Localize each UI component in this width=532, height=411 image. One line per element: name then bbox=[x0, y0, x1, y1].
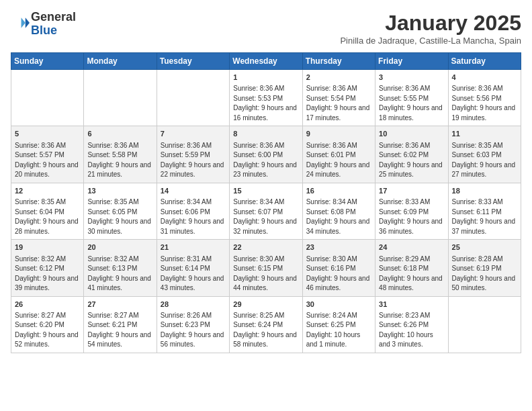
calendar-week-row: 26Sunrise: 8:27 AM Sunset: 6:20 PM Dayli… bbox=[11, 296, 521, 353]
day-number: 8 bbox=[233, 129, 298, 139]
calendar-cell: 10Sunrise: 8:36 AM Sunset: 6:02 PM Dayli… bbox=[375, 126, 448, 183]
day-number: 17 bbox=[379, 186, 444, 196]
weekday-header-monday: Monday bbox=[84, 53, 157, 70]
calendar-cell: 5Sunrise: 8:36 AM Sunset: 5:57 PM Daylig… bbox=[11, 126, 84, 183]
cell-sun-info: Sunrise: 8:31 AM Sunset: 6:14 PM Dayligh… bbox=[161, 255, 226, 293]
calendar-cell: 18Sunrise: 8:33 AM Sunset: 6:11 PM Dayli… bbox=[448, 183, 521, 239]
cell-sun-info: Sunrise: 8:34 AM Sunset: 6:07 PM Dayligh… bbox=[233, 197, 298, 236]
cell-sun-info: Sunrise: 8:25 AM Sunset: 6:24 PM Dayligh… bbox=[233, 311, 298, 350]
cell-sun-info: Sunrise: 8:34 AM Sunset: 6:06 PM Dayligh… bbox=[161, 197, 226, 236]
day-number: 14 bbox=[161, 186, 226, 196]
calendar-cell bbox=[448, 296, 521, 353]
title-block: January 2025 Pinilla de Jadraque, Castil… bbox=[340, 11, 521, 46]
cell-sun-info: Sunrise: 8:32 AM Sunset: 6:13 PM Dayligh… bbox=[87, 255, 152, 293]
calendar-cell: 6Sunrise: 8:36 AM Sunset: 5:58 PM Daylig… bbox=[84, 126, 157, 183]
calendar-cell: 9Sunrise: 8:36 AM Sunset: 6:01 PM Daylig… bbox=[302, 126, 375, 183]
weekday-header-thursday: Thursday bbox=[302, 53, 375, 70]
cell-sun-info: Sunrise: 8:29 AM Sunset: 6:18 PM Dayligh… bbox=[379, 255, 444, 293]
logo-blue: Blue bbox=[31, 24, 76, 38]
cell-sun-info: Sunrise: 8:30 AM Sunset: 6:15 PM Dayligh… bbox=[233, 255, 298, 293]
calendar-cell: 23Sunrise: 8:30 AM Sunset: 6:16 PM Dayli… bbox=[302, 240, 375, 296]
day-number: 10 bbox=[379, 129, 444, 139]
calendar-week-row: 5Sunrise: 8:36 AM Sunset: 5:57 PM Daylig… bbox=[11, 126, 521, 183]
calendar-cell: 29Sunrise: 8:25 AM Sunset: 6:24 PM Dayli… bbox=[230, 296, 302, 353]
weekday-header-sunday: Sunday bbox=[11, 53, 84, 70]
logo-general: General bbox=[31, 11, 76, 24]
cell-sun-info: Sunrise: 8:26 AM Sunset: 6:23 PM Dayligh… bbox=[161, 311, 226, 350]
cell-sun-info: Sunrise: 8:33 AM Sunset: 6:09 PM Dayligh… bbox=[379, 197, 444, 236]
calendar-cell: 15Sunrise: 8:34 AM Sunset: 6:07 PM Dayli… bbox=[230, 183, 302, 239]
cell-sun-info: Sunrise: 8:27 AM Sunset: 6:21 PM Dayligh… bbox=[87, 311, 152, 350]
day-number: 30 bbox=[306, 300, 371, 310]
svg-marker-1 bbox=[21, 17, 26, 28]
calendar-week-row: 12Sunrise: 8:35 AM Sunset: 6:04 PM Dayli… bbox=[11, 183, 521, 239]
calendar-cell: 14Sunrise: 8:34 AM Sunset: 6:06 PM Dayli… bbox=[157, 183, 229, 239]
cell-sun-info: Sunrise: 8:36 AM Sunset: 6:02 PM Dayligh… bbox=[379, 141, 444, 180]
calendar-table: SundayMondayTuesdayWednesdayThursdayFrid… bbox=[11, 52, 521, 353]
calendar-cell: 31Sunrise: 8:23 AM Sunset: 6:26 PM Dayli… bbox=[375, 296, 448, 353]
cell-sun-info: Sunrise: 8:23 AM Sunset: 6:26 PM Dayligh… bbox=[379, 311, 444, 350]
day-number: 12 bbox=[15, 186, 80, 196]
day-number: 6 bbox=[87, 129, 152, 139]
logo-icon bbox=[11, 13, 30, 32]
calendar-week-row: 19Sunrise: 8:32 AM Sunset: 6:12 PM Dayli… bbox=[11, 240, 521, 296]
day-number: 15 bbox=[233, 186, 298, 196]
calendar-cell: 26Sunrise: 8:27 AM Sunset: 6:20 PM Dayli… bbox=[11, 296, 84, 353]
calendar-cell: 4Sunrise: 8:36 AM Sunset: 5:56 PM Daylig… bbox=[448, 70, 521, 126]
day-number: 29 bbox=[233, 300, 298, 310]
cell-sun-info: Sunrise: 8:35 AM Sunset: 6:03 PM Dayligh… bbox=[452, 141, 517, 180]
cell-sun-info: Sunrise: 8:28 AM Sunset: 6:19 PM Dayligh… bbox=[452, 255, 517, 293]
cell-sun-info: Sunrise: 8:36 AM Sunset: 6:01 PM Dayligh… bbox=[306, 141, 371, 180]
calendar-cell: 28Sunrise: 8:26 AM Sunset: 6:23 PM Dayli… bbox=[157, 296, 229, 353]
weekday-header-wednesday: Wednesday bbox=[230, 53, 302, 70]
day-number: 31 bbox=[379, 300, 444, 310]
cell-sun-info: Sunrise: 8:36 AM Sunset: 5:55 PM Dayligh… bbox=[379, 84, 444, 123]
day-number: 16 bbox=[306, 186, 371, 196]
calendar-cell: 22Sunrise: 8:30 AM Sunset: 6:15 PM Dayli… bbox=[230, 240, 302, 296]
calendar-cell: 11Sunrise: 8:35 AM Sunset: 6:03 PM Dayli… bbox=[448, 126, 521, 183]
calendar-cell: 3Sunrise: 8:36 AM Sunset: 5:55 PM Daylig… bbox=[375, 70, 448, 126]
day-number: 26 bbox=[15, 300, 80, 310]
day-number: 13 bbox=[87, 186, 152, 196]
cell-sun-info: Sunrise: 8:36 AM Sunset: 5:56 PM Dayligh… bbox=[452, 84, 517, 123]
logo: General Blue bbox=[11, 11, 76, 38]
calendar-cell: 8Sunrise: 8:36 AM Sunset: 6:00 PM Daylig… bbox=[230, 126, 302, 183]
calendar-cell bbox=[84, 70, 157, 126]
location-subtitle: Pinilla de Jadraque, Castille-La Mancha,… bbox=[340, 36, 521, 46]
calendar-cell: 27Sunrise: 8:27 AM Sunset: 6:21 PM Dayli… bbox=[84, 296, 157, 353]
day-number: 4 bbox=[452, 73, 517, 83]
cell-sun-info: Sunrise: 8:27 AM Sunset: 6:20 PM Dayligh… bbox=[15, 311, 80, 350]
cell-sun-info: Sunrise: 8:30 AM Sunset: 6:16 PM Dayligh… bbox=[306, 255, 371, 293]
calendar-cell: 17Sunrise: 8:33 AM Sunset: 6:09 PM Dayli… bbox=[375, 183, 448, 239]
calendar-cell: 16Sunrise: 8:34 AM Sunset: 6:08 PM Dayli… bbox=[302, 183, 375, 239]
calendar-cell: 12Sunrise: 8:35 AM Sunset: 6:04 PM Dayli… bbox=[11, 183, 84, 239]
calendar-week-row: 1Sunrise: 8:36 AM Sunset: 5:53 PM Daylig… bbox=[11, 70, 521, 126]
cell-sun-info: Sunrise: 8:36 AM Sunset: 5:57 PM Dayligh… bbox=[15, 141, 80, 180]
day-number: 2 bbox=[306, 73, 371, 83]
calendar-cell bbox=[157, 70, 229, 126]
day-number: 11 bbox=[452, 129, 517, 139]
page-header: General Blue January 2025 Pinilla de Jad… bbox=[11, 11, 521, 46]
svg-marker-0 bbox=[26, 17, 30, 28]
day-number: 9 bbox=[306, 129, 371, 139]
cell-sun-info: Sunrise: 8:36 AM Sunset: 5:54 PM Dayligh… bbox=[306, 84, 371, 123]
calendar-cell: 2Sunrise: 8:36 AM Sunset: 5:54 PM Daylig… bbox=[302, 70, 375, 126]
day-number: 3 bbox=[379, 73, 444, 83]
calendar-cell: 1Sunrise: 8:36 AM Sunset: 5:53 PM Daylig… bbox=[230, 70, 302, 126]
cell-sun-info: Sunrise: 8:24 AM Sunset: 6:25 PM Dayligh… bbox=[306, 311, 371, 350]
weekday-header-tuesday: Tuesday bbox=[157, 53, 229, 70]
weekday-header-row: SundayMondayTuesdayWednesdayThursdayFrid… bbox=[11, 53, 521, 70]
cell-sun-info: Sunrise: 8:32 AM Sunset: 6:12 PM Dayligh… bbox=[15, 255, 80, 293]
calendar-cell: 13Sunrise: 8:35 AM Sunset: 6:05 PM Dayli… bbox=[84, 183, 157, 239]
day-number: 19 bbox=[15, 242, 80, 253]
day-number: 23 bbox=[306, 242, 371, 253]
cell-sun-info: Sunrise: 8:36 AM Sunset: 6:00 PM Dayligh… bbox=[233, 141, 298, 180]
day-number: 5 bbox=[15, 129, 80, 139]
day-number: 22 bbox=[233, 242, 298, 253]
weekday-header-saturday: Saturday bbox=[448, 53, 521, 70]
calendar-cell bbox=[11, 70, 84, 126]
cell-sun-info: Sunrise: 8:36 AM Sunset: 5:59 PM Dayligh… bbox=[161, 141, 226, 180]
calendar-cell: 21Sunrise: 8:31 AM Sunset: 6:14 PM Dayli… bbox=[157, 240, 229, 296]
day-number: 1 bbox=[233, 73, 298, 83]
weekday-header-friday: Friday bbox=[375, 53, 448, 70]
